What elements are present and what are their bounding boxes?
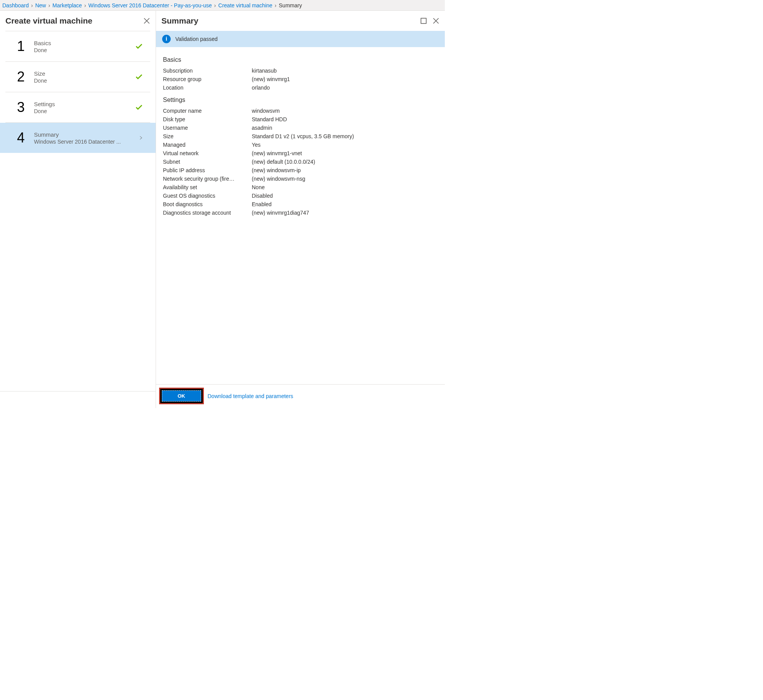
summary-row: Subscriptionkirtanasub — [163, 66, 438, 75]
breadcrumb-current: Summary — [279, 2, 302, 8]
summary-row: Usernameasadmin — [163, 124, 438, 132]
breadcrumb-link[interactable]: Create virtual machine — [218, 2, 272, 8]
info-icon: i — [162, 35, 171, 43]
breadcrumb-link[interactable]: Dashboard — [2, 2, 29, 8]
download-template-link[interactable]: Download template and parameters — [208, 393, 293, 399]
breadcrumb-link[interactable]: Marketplace — [53, 2, 82, 8]
step-number: 3 — [17, 99, 34, 115]
step-number: 4 — [17, 130, 34, 146]
ok-button[interactable]: OK — [162, 390, 201, 402]
breadcrumb-link[interactable]: New — [35, 2, 46, 8]
step-subtitle: Windows Server 2016 Datacenter ... — [34, 139, 131, 145]
breadcrumb-link[interactable]: Windows Server 2016 Datacenter - Pay-as-… — [88, 2, 212, 8]
summary-row: Disk typeStandard HDD — [163, 115, 438, 124]
validation-message: Validation passed — [175, 36, 217, 42]
close-icon[interactable] — [143, 17, 150, 24]
svg-rect-0 — [421, 18, 426, 24]
panel-title: Summary — [161, 16, 198, 25]
summary-row: Guest OS diagnosticsDisabled — [163, 192, 438, 200]
wizard-step-settings[interactable]: 3 Settings Done — [5, 92, 150, 123]
chevron-right-icon: › — [48, 2, 50, 8]
left-footer — [0, 391, 156, 408]
summary-row: Availability setNone — [163, 183, 438, 192]
step-subtitle: Done — [34, 47, 135, 53]
step-number: 1 — [17, 38, 34, 54]
panel-title: Create virtual machine — [5, 16, 92, 25]
chevron-right-icon — [139, 135, 143, 141]
close-icon[interactable] — [432, 17, 439, 24]
summary-row: Public IP address(new) windowsvm-ip — [163, 166, 438, 175]
summary-row: ManagedYes — [163, 141, 438, 149]
step-title: Settings — [34, 101, 135, 107]
check-icon — [135, 42, 143, 51]
summary-row: Boot diagnosticsEnabled — [163, 200, 438, 208]
step-title: Size — [34, 70, 135, 77]
step-subtitle: Done — [34, 108, 135, 114]
section-heading-basics: Basics — [163, 56, 438, 63]
summary-row: Network security group (fire…(new) windo… — [163, 175, 438, 183]
summary-row: Virtual network(new) winvmrg1-vnet — [163, 149, 438, 158]
chevron-right-icon: › — [275, 2, 276, 8]
step-title: Summary — [34, 131, 139, 138]
maximize-icon[interactable] — [420, 17, 427, 24]
wizard-step-summary[interactable]: 4 Summary Windows Server 2016 Datacenter… — [0, 123, 156, 153]
section-heading-settings: Settings — [163, 97, 438, 103]
step-subtitle: Done — [34, 78, 135, 84]
step-title: Basics — [34, 40, 135, 46]
check-icon — [135, 103, 143, 112]
chevron-right-icon: › — [31, 2, 33, 8]
summary-row: Subnet(new) default (10.0.0.0/24) — [163, 158, 438, 166]
chevron-right-icon: › — [214, 2, 216, 8]
summary-panel: Summary i Validation passed Basics Subsc… — [156, 11, 445, 408]
wizard-step-basics[interactable]: 1 Basics Done — [5, 31, 150, 62]
summary-row: Resource group(new) winvmrg1 — [163, 75, 438, 83]
chevron-right-icon: › — [84, 2, 86, 8]
wizard-step-size[interactable]: 2 Size Done — [5, 62, 150, 92]
step-number: 2 — [17, 69, 34, 85]
summary-row: Diagnostics storage account(new) winvmrg… — [163, 208, 438, 217]
summary-row: Computer namewindowsvm — [163, 107, 438, 115]
summary-footer: OK Download template and parameters — [156, 384, 445, 408]
summary-row: SizeStandard D1 v2 (1 vcpus, 3.5 GB memo… — [163, 132, 438, 141]
check-icon — [135, 73, 143, 81]
breadcrumb: Dashboard› New› Marketplace› Windows Ser… — [0, 0, 445, 11]
summary-row: Locationorlando — [163, 83, 438, 92]
validation-banner: i Validation passed — [156, 31, 445, 47]
ok-button-highlight: OK — [159, 388, 204, 404]
wizard-steps-panel: Create virtual machine 1 Basics Done 2 S… — [0, 11, 156, 408]
